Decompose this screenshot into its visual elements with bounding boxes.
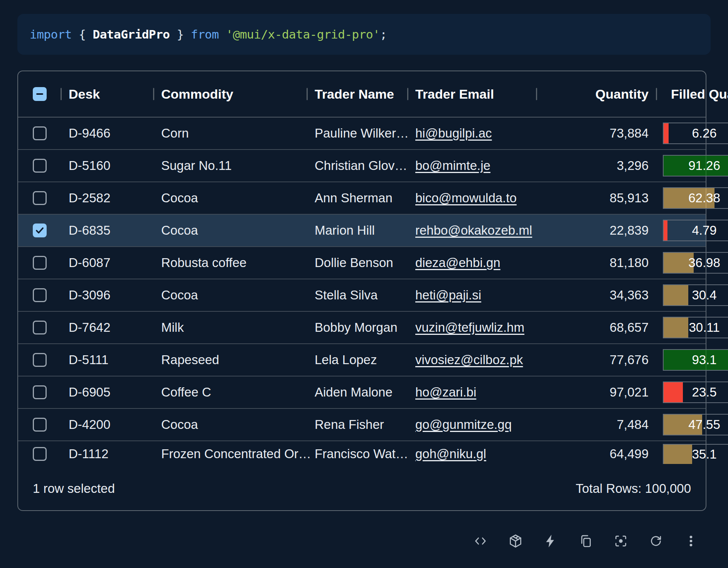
cell-checkbox: [18, 118, 61, 149]
column-header-quantity[interactable]: Quantity: [536, 71, 656, 117]
column-header-desk[interactable]: Desk: [61, 71, 153, 117]
filled-quantity-bar: 30.11: [663, 317, 728, 338]
cell-text: Lela Lopez: [315, 353, 377, 367]
cell-filled: 91.26: [656, 150, 728, 181]
cell-quantity: 7,484: [536, 409, 656, 440]
cell-text: Milk: [161, 320, 184, 335]
cell-filled: 23.5: [656, 376, 728, 408]
cell-text: Aiden Malone: [315, 385, 393, 400]
cell-commodity: Sugar No.11: [153, 150, 307, 181]
cell-text: Cocoa: [161, 223, 198, 238]
cell-filled: 30.4: [656, 279, 728, 311]
table-row[interactable]: D-1112Frozen Concentrated Or…Francisco W…: [18, 441, 706, 467]
cell-text: 3,296: [617, 158, 649, 173]
cell-text: 22,839: [610, 223, 649, 238]
filled-quantity-bar: 23.5: [663, 381, 728, 403]
row-checkbox[interactable]: [33, 288, 47, 302]
cell-text: Francisco Wat…: [315, 447, 408, 461]
cell-quantity: 3,296: [536, 150, 656, 181]
table-row[interactable]: D-3096CocoaStella Silvaheti@paji.si34,36…: [18, 279, 706, 312]
copy-code-button[interactable]: [576, 532, 595, 551]
table-row[interactable]: D-5160Sugar No.11Christian Glov…bo@mimte…: [18, 150, 706, 182]
trader-email-link[interactable]: bo@mimte.je: [415, 158, 490, 173]
column-header-trader_name[interactable]: Trader Name: [307, 71, 408, 117]
column-header-checkbox: [18, 71, 61, 117]
cell-checkbox: [18, 312, 61, 343]
column-header-filled[interactable]: Filled Quantity: [656, 71, 728, 117]
trader-email-link[interactable]: rehbo@okakozeb.ml: [415, 223, 532, 238]
codesandbox-icon: [508, 534, 523, 550]
grid-footer: 1 row selected Total Rows: 100,000: [18, 467, 706, 510]
reset-focus-icon: [613, 534, 628, 550]
table-row[interactable]: D-4200CocoaRena Fishergo@gunmitze.gq7,48…: [18, 409, 706, 441]
code-token: {: [79, 27, 93, 41]
cell-text: Christian Glov…: [315, 158, 407, 173]
code-token: }: [170, 27, 191, 41]
indeterminate-icon: [35, 89, 45, 99]
cell-text: D-5160: [69, 158, 110, 173]
table-row[interactable]: D-9466CornPauline Wilker…hi@bugilpi.ac73…: [18, 118, 706, 150]
cell-trader_name: Stella Silva: [307, 279, 408, 311]
cell-trader_email: rehbo@okakozeb.ml: [408, 215, 536, 246]
table-row[interactable]: D-6835CocoaMarion Hillrehbo@okakozeb.ml2…: [18, 215, 706, 247]
cell-checkbox: [18, 215, 61, 246]
stackblitz-button[interactable]: [541, 532, 560, 551]
row-checkbox[interactable]: [33, 224, 47, 237]
trader-email-link[interactable]: goh@niku.gl: [415, 447, 486, 461]
trader-email-link[interactable]: dieza@ehbi.gn: [415, 255, 501, 270]
filled-quantity-bar: 36.98: [663, 252, 728, 274]
refresh-icon: [649, 534, 663, 550]
trader-email-link[interactable]: bico@mowulda.to: [415, 191, 517, 205]
reset-focus-button[interactable]: [612, 532, 630, 551]
refresh-demo-button[interactable]: [647, 532, 665, 551]
cell-trader_name: Dollie Benson: [307, 247, 408, 279]
cell-text: 68,657: [610, 320, 649, 335]
cell-quantity: 97,021: [536, 376, 656, 408]
cell-text: Cocoa: [161, 191, 198, 205]
row-checkbox[interactable]: [33, 418, 47, 432]
column-header-trader_email[interactable]: Trader Email: [408, 71, 536, 117]
table-row[interactable]: D-5111RapeseedLela Lopezvivosiez@cilboz.…: [18, 344, 706, 376]
row-checkbox[interactable]: [33, 385, 47, 399]
stackblitz-icon: [543, 534, 558, 550]
show-code-button[interactable]: [471, 532, 490, 551]
row-checkbox[interactable]: [33, 256, 47, 270]
column-header-label: Commodity: [161, 87, 233, 102]
cell-text: D-6087: [69, 255, 110, 270]
table-row[interactable]: D-7642MilkBobby Morganvuzin@tefjuwliz.hm…: [18, 312, 706, 344]
cell-text: Dollie Benson: [315, 255, 393, 270]
column-header-commodity[interactable]: Commodity: [153, 71, 307, 117]
row-checkbox[interactable]: [33, 159, 47, 173]
trader-email-link[interactable]: vivosiez@cilboz.pk: [415, 353, 523, 367]
cell-filled: 6.26: [656, 118, 728, 149]
trader-email-link[interactable]: ho@zari.bi: [415, 385, 476, 400]
table-row[interactable]: D-2582CocoaAnn Shermanbico@mowulda.to85,…: [18, 182, 706, 215]
cell-checkbox: [18, 247, 61, 279]
table-row[interactable]: D-6087Robusta coffeeDollie Bensondieza@e…: [18, 247, 706, 279]
column-header-label: Trader Email: [415, 87, 494, 102]
cell-checkbox: [18, 150, 61, 181]
row-checkbox[interactable]: [33, 353, 47, 367]
cell-text: 81,180: [610, 255, 649, 270]
cell-trader_name: Christian Glov…: [307, 150, 408, 181]
trader-email-link[interactable]: hi@bugilpi.ac: [415, 126, 492, 141]
row-checkbox[interactable]: [33, 321, 47, 334]
table-row[interactable]: D-6905Coffee CAiden Maloneho@zari.bi97,0…: [18, 376, 706, 409]
filled-quantity-value: 35.1: [664, 445, 728, 464]
cell-checkbox: [18, 344, 61, 376]
cell-quantity: 22,839: [536, 215, 656, 246]
codesandbox-button[interactable]: [506, 532, 525, 551]
cell-text: D-9466: [69, 126, 110, 141]
trader-email-link[interactable]: go@gunmitze.gq: [415, 417, 512, 432]
row-checkbox[interactable]: [33, 126, 47, 140]
select-all-checkbox[interactable]: [33, 87, 47, 101]
cell-commodity: Cocoa: [153, 215, 307, 246]
row-checkbox[interactable]: [33, 447, 47, 461]
trader-email-link[interactable]: heti@paji.si: [415, 288, 481, 302]
more-options-button[interactable]: [682, 532, 700, 551]
trader-email-link[interactable]: vuzin@tefjuwliz.hm: [415, 320, 524, 335]
code-icon: [473, 534, 488, 550]
filled-quantity-value: 36.98: [664, 253, 728, 273]
row-checkbox[interactable]: [33, 191, 47, 205]
cell-desk: D-3096: [61, 279, 153, 311]
